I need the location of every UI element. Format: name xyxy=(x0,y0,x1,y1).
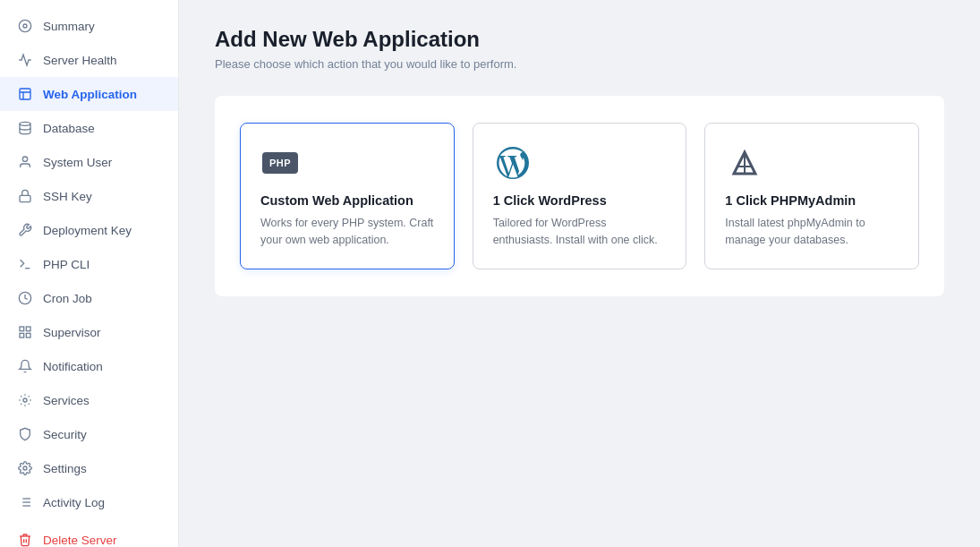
svg-point-1 xyxy=(23,24,27,28)
cards-container: PHPCustom Web ApplicationWorks for every… xyxy=(215,96,944,296)
sidebar-item-delete-server[interactable]: Delete Server xyxy=(0,523,178,547)
sidebar-item-system-user[interactable]: System User xyxy=(0,145,178,179)
svg-point-0 xyxy=(19,20,30,31)
sidebar-item-cron-job[interactable]: Cron Job xyxy=(0,281,178,315)
svg-rect-11 xyxy=(26,333,30,338)
sidebar-item-web-application[interactable]: Web Application xyxy=(0,77,178,111)
terminal-icon xyxy=(16,255,34,273)
sidebar-item-label-ssh-key: SSH Key xyxy=(43,190,92,203)
svg-rect-5 xyxy=(20,195,30,201)
user-icon xyxy=(16,153,34,171)
php-badge-icon: PHP xyxy=(262,152,298,174)
card-custom[interactable]: PHPCustom Web ApplicationWorks for every… xyxy=(240,123,455,269)
sidebar-item-security[interactable]: Security xyxy=(0,417,178,451)
sidebar-item-php-cli[interactable]: PHP CLI xyxy=(0,247,178,281)
wordpress-icon xyxy=(495,145,531,181)
sidebar-item-label-web-application: Web Application xyxy=(43,88,137,101)
tool-icon xyxy=(16,221,34,239)
svg-point-12 xyxy=(23,398,27,402)
sidebar-item-label-summary: Summary xyxy=(43,20,95,33)
settings-icon xyxy=(16,459,34,477)
sidebar-item-label-server-health: Server Health xyxy=(43,54,117,67)
sidebar-item-notification[interactable]: Notification xyxy=(0,349,178,383)
sidebar-item-deployment-key[interactable]: Deployment Key xyxy=(0,213,178,247)
sidebar: SummaryServer HealthWeb ApplicationDatab… xyxy=(0,0,179,547)
sidebar-item-supervisor[interactable]: Supervisor xyxy=(0,315,178,349)
svg-rect-10 xyxy=(20,333,24,338)
page-subtitle: Please choose which action that you woul… xyxy=(215,57,944,71)
card-desc-wordpress: Tailored for WordPress enthusiasts. Inst… xyxy=(493,215,667,249)
list-icon xyxy=(16,493,34,511)
clock-icon xyxy=(16,289,34,307)
svg-point-13 xyxy=(23,466,27,470)
card-title-wordpress: 1 Click WordPress xyxy=(493,193,667,208)
card-icon-phpmyadmin xyxy=(725,143,764,183)
card-wordpress[interactable]: 1 Click WordPressTailored for WordPress … xyxy=(473,123,687,269)
main-content: Add New Web Application Please choose wh… xyxy=(179,0,980,547)
sidebar-item-settings[interactable]: Settings xyxy=(0,451,178,485)
sidebar-item-ssh-key[interactable]: SSH Key xyxy=(0,179,178,213)
sidebar-item-label-security: Security xyxy=(43,428,87,441)
lock-icon xyxy=(16,187,34,205)
sidebar-item-label-services: Services xyxy=(43,394,89,407)
sidebar-item-label-settings: Settings xyxy=(43,462,87,475)
card-icon-wordpress xyxy=(493,143,533,183)
sidebar-item-summary[interactable]: Summary xyxy=(0,9,178,43)
settings2-icon xyxy=(16,391,34,409)
card-desc-custom: Works for every PHP system. Craft your o… xyxy=(260,215,434,249)
card-title-custom: Custom Web Application xyxy=(260,193,434,208)
sidebar-item-database[interactable]: Database xyxy=(0,111,178,145)
sidebar-item-services[interactable]: Services xyxy=(0,383,178,417)
circle-dot-icon xyxy=(16,17,34,35)
card-phpmyadmin[interactable]: 1 Click PHPMyAdminInstall latest phpMyAd… xyxy=(704,123,919,269)
page-title: Add New Web Application xyxy=(215,27,944,52)
svg-rect-9 xyxy=(26,327,30,331)
svg-point-3 xyxy=(20,122,30,125)
sidebar-item-server-health[interactable]: Server Health xyxy=(0,43,178,77)
grid-icon xyxy=(16,323,34,341)
sidebar-item-label-cron-job: Cron Job xyxy=(43,292,92,305)
sidebar-item-label-delete-server: Delete Server xyxy=(43,534,117,547)
trash-icon xyxy=(16,531,34,547)
phpmyadmin-icon xyxy=(727,145,763,181)
bell-icon xyxy=(16,357,34,375)
database-icon xyxy=(16,119,34,137)
card-icon-custom: PHP xyxy=(260,143,300,183)
sidebar-item-label-deployment-key: Deployment Key xyxy=(43,224,132,237)
svg-rect-8 xyxy=(20,327,24,331)
svg-rect-2 xyxy=(20,89,30,99)
sidebar-item-label-notification: Notification xyxy=(43,360,103,373)
card-title-phpmyadmin: 1 Click PHPMyAdmin xyxy=(725,193,899,208)
sidebar-item-label-php-cli: PHP CLI xyxy=(43,258,89,271)
sidebar-item-label-system-user: System User xyxy=(43,156,112,169)
activity-icon xyxy=(16,51,34,69)
card-desc-phpmyadmin: Install latest phpMyAdmin to manage your… xyxy=(725,215,899,249)
layout-icon xyxy=(16,85,34,103)
shield-icon xyxy=(16,425,34,443)
svg-point-4 xyxy=(22,157,27,161)
sidebar-item-activity-log[interactable]: Activity Log xyxy=(0,485,178,519)
sidebar-item-label-database: Database xyxy=(43,122,95,135)
sidebar-item-label-activity-log: Activity Log xyxy=(43,496,105,509)
sidebar-item-label-supervisor: Supervisor xyxy=(43,326,101,339)
